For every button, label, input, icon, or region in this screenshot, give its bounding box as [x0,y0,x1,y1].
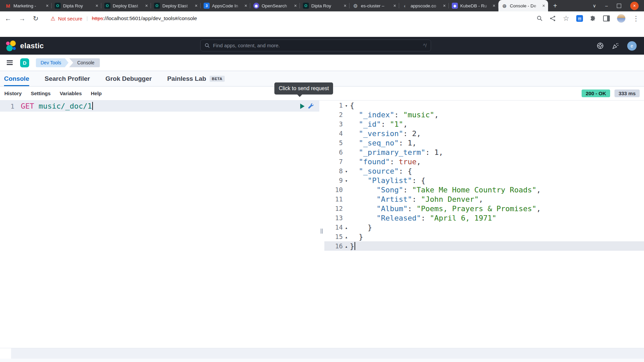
browser-menu-icon[interactable]: ⋮ [633,14,639,22]
request-options-wrench-icon[interactable] [308,103,314,109]
not-secure-label[interactable]: Not secure [58,16,83,21]
reload-button[interactable]: ↻ [33,14,39,22]
puzzle-extensions-icon[interactable] [590,15,596,21]
line-number: 16 [324,242,343,250]
address-bar[interactable]: ⚠ Not secure | https://localhost:5601/ap… [51,15,529,22]
close-tab-icon[interactable]: × [195,3,198,8]
menu-variables[interactable]: Variables [60,90,82,96]
close-tab-icon[interactable]: × [145,3,148,8]
share-icon[interactable] [550,15,556,21]
response-code-line[interactable]: 5 "_seq_no": 1, [324,138,644,147]
code-text: } [350,242,355,250]
response-code-line[interactable]: 2 "_index": "music", [324,110,644,119]
menu-settings[interactable]: Settings [31,90,51,96]
solution-badge[interactable]: D [20,58,29,67]
fold-up-icon[interactable]: ▴ [343,235,350,239]
text-cursor [355,242,355,250]
url-rest: ://localhost:5601/app/dev_tools#/console [103,15,197,21]
elastic-logo-icon [5,41,17,51]
fold-up-icon[interactable]: ▴ [343,244,350,248]
response-code-line[interactable]: 6 "_primary_term": 1, [324,147,644,157]
request-code[interactable]: GET music/_doc/1 [21,102,93,110]
fold-down-icon[interactable]: ▾ [343,103,350,108]
response-code-line[interactable]: 12 "Album": "Poems, Prayers & Promises", [324,204,644,213]
elastic-logo[interactable]: elastic [5,41,44,51]
response-panel[interactable]: 1▾{2 "_index": "music",3 "_id": "1",4 "_… [324,101,644,362]
browser-tab[interactable]: ODeploy Elast× [151,0,201,11]
news-feed-icon[interactable] [612,42,619,50]
close-tab-icon[interactable]: × [46,3,49,8]
response-code-line[interactable]: 8▾ "_source": { [324,166,644,176]
global-search-input[interactable]: Find apps, content, and more. ^/ [200,40,431,51]
back-button[interactable]: ← [5,15,11,22]
kubedb-shield-favicon: ◆ [452,3,458,9]
zoom-icon[interactable] [537,15,543,21]
browser-tab[interactable]: ◆KubeDB - Ru× [449,0,498,11]
side-panel-icon[interactable] [603,15,610,21]
response-code-line[interactable]: 9▾ "Playlist": { [324,176,644,185]
response-code-line[interactable]: 11 "Artist": "John Denver", [324,194,644,204]
response-code-line[interactable]: 7 "found": true, [324,157,644,166]
browser-tab[interactable]: ODipta Roy× [52,0,101,11]
extension-icon[interactable]: ▤ [576,15,583,22]
browser-tab[interactable]: 3AppsCode In× [201,0,250,11]
tab-grok-debugger[interactable]: Grok Debugger [105,71,152,86]
forward-button[interactable]: → [19,15,25,22]
menu-history[interactable]: History [4,90,22,96]
search-shortcut-hint: ^/ [423,43,427,48]
request-line[interactable]: 1 GET music/_doc/1 [0,101,319,112]
breadcrumb-dev-tools[interactable]: Dev Tools [36,58,68,67]
chevron-down-icon[interactable]: ∨ [593,3,596,8]
url-text[interactable]: https://localhost:5601/app/dev_tools#/co… [92,15,197,21]
fold-spacer [343,161,350,162]
send-request-play-icon[interactable] [300,104,305,109]
user-avatar[interactable]: e [627,41,637,51]
response-code-line[interactable]: 10 "Song": "Take Me Home Country Roads", [324,185,644,194]
tab-console[interactable]: Console [4,71,29,86]
close-tab-icon[interactable]: × [344,3,346,8]
tab-search-profiler[interactable]: Search Profiler [45,71,90,86]
maximize-button[interactable] [617,4,621,8]
browser-tab[interactable]: MMarketing - × [2,0,52,11]
gmail-favicon: M [5,3,11,9]
help-icon[interactable] [597,42,604,49]
fold-up-icon[interactable]: ▴ [343,225,350,230]
tab-painless-lab[interactable]: Painless LabBETA [167,71,225,86]
response-code-line[interactable]: 4 "_version": 2, [324,129,644,138]
minimize-button[interactable]: – [605,3,608,8]
fold-down-icon[interactable]: ▾ [343,169,350,173]
browser-tab[interactable]: ODeploy Elast× [101,0,151,11]
response-code-line[interactable]: 14▴ } [324,223,644,232]
close-tab-icon[interactable]: × [493,3,495,8]
splitter-grip[interactable] [321,229,323,234]
browser-tab-active[interactable]: ⊚Console - De× [498,0,548,11]
browser-tab[interactable]: ◉OpenSearch× [250,0,300,11]
response-code-line[interactable]: 15▴ } [324,232,644,241]
request-actions [300,101,314,112]
close-tab-icon[interactable]: × [393,3,396,8]
response-code-line[interactable]: 3 "_id": "1", [324,119,644,129]
response-code-line[interactable]: 16▴} [324,241,644,251]
close-tab-icon[interactable]: × [96,3,98,8]
close-window-button[interactable]: × [630,2,639,10]
fold-down-icon[interactable]: ▾ [343,178,350,183]
browser-tab[interactable]: ⚙es-cluster – × [350,0,399,11]
browser-tab[interactable]: ODipta Roy× [300,0,350,11]
close-tab-icon[interactable]: × [294,3,297,8]
response-code-line[interactable]: 1▾{ [324,101,644,110]
close-tab-icon[interactable]: × [443,3,446,8]
browser-tab[interactable]: ◐appscode.co× [399,0,449,11]
new-tab-button[interactable]: + [550,1,560,11]
horizontal-scrollbar-track[interactable] [0,348,644,359]
menu-hamburger-icon[interactable] [7,59,13,66]
status-code-badge: 200 - OK [582,89,610,97]
fold-spacer [343,133,350,134]
menu-help[interactable]: Help [91,90,102,96]
panel-splitter[interactable] [319,101,324,362]
bookmark-star-icon[interactable]: ☆ [563,14,569,22]
close-tab-icon[interactable]: × [245,3,247,8]
close-tab-icon[interactable]: × [542,3,545,8]
response-code-line[interactable]: 13 "Released": "April 6, 1971" [324,213,644,223]
request-editor[interactable]: 1 GET music/_doc/1 [0,101,319,362]
browser-profile-avatar[interactable] [617,14,626,23]
